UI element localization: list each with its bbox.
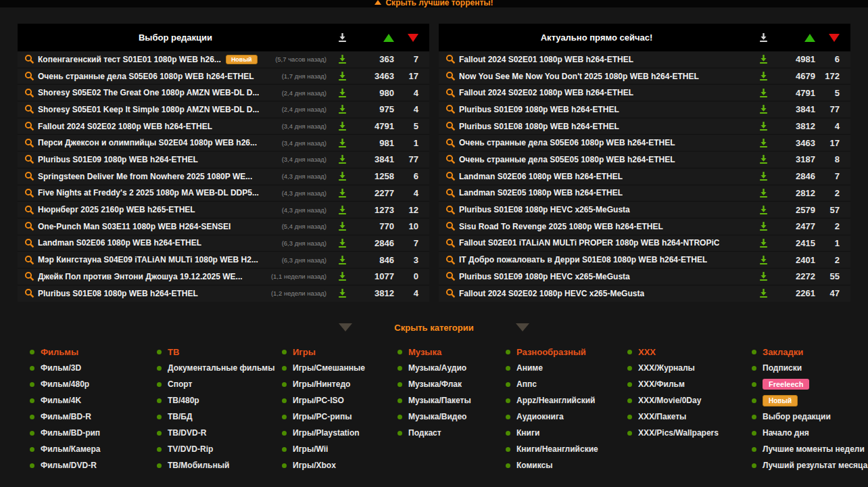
category-item[interactable]: Игры/Нинтедо xyxy=(282,376,397,392)
torrent-title-link[interactable]: Fallout 2024 S02E02 1080p HEVC x265-MeGu… xyxy=(459,289,644,298)
category-item[interactable]: Аудиокнига xyxy=(506,409,627,425)
search-torrent-button[interactable] xyxy=(445,154,459,164)
search-torrent-button[interactable] xyxy=(445,88,459,98)
download-torrent-button[interactable] xyxy=(748,188,779,198)
torrent-title-link[interactable]: Копенгагенский тест S01E01 1080p WEB h26… xyxy=(38,55,221,64)
download-torrent-button[interactable] xyxy=(327,188,358,198)
download-torrent-button[interactable] xyxy=(748,88,779,98)
download-torrent-button[interactable] xyxy=(748,255,779,265)
search-torrent-button[interactable] xyxy=(24,154,38,164)
torrent-title-link[interactable]: Мэр Кингстауна S04E09 iTALiAN MULTi 1080… xyxy=(38,255,258,264)
download-torrent-button[interactable] xyxy=(327,104,358,114)
search-torrent-button[interactable] xyxy=(24,188,38,198)
search-torrent-button[interactable] xyxy=(24,104,38,114)
category-item[interactable]: Музыка/Пакеты xyxy=(397,392,506,409)
category-item[interactable]: XXX/Фильм xyxy=(627,376,752,392)
category-item[interactable]: Фильм/BD-рип xyxy=(30,425,157,441)
category-item[interactable]: Аппс xyxy=(506,376,627,392)
category-item[interactable]: Лучшие моменты недели xyxy=(752,441,868,457)
category-item[interactable]: Музыка/Флак xyxy=(397,376,506,392)
category-item[interactable]: Спорт xyxy=(157,376,282,392)
hide-top-torrents-link[interactable]: Скрыть лучшие торренты! xyxy=(375,0,493,7)
download-torrent-button[interactable] xyxy=(327,138,358,148)
torrent-title-link[interactable]: Очень странные дела S05E06 1080p WEB h26… xyxy=(459,138,675,147)
category-item[interactable]: ТВ/БД xyxy=(157,409,282,425)
category-item[interactable]: XXX/Pics/Wallpapers xyxy=(627,425,752,441)
download-torrent-button[interactable] xyxy=(748,121,779,131)
torrent-title-link[interactable]: Fallout 2024 S02E01 1080p WEB h264-ETHEL xyxy=(459,55,633,64)
torrent-title-link[interactable]: Перси Джексон и олимпийцы S02E04 1080p W… xyxy=(38,138,257,147)
category-item[interactable]: Игры/Playstation xyxy=(282,425,397,441)
sort-by-leechers-button[interactable] xyxy=(394,34,424,42)
download-torrent-button[interactable] xyxy=(327,121,358,131)
torrent-title-link[interactable]: Springsteen Deliver Me from Nowhere 2025… xyxy=(38,172,252,181)
torrent-title-link[interactable]: Now You See Me Now You Don't 2025 1080p … xyxy=(459,72,699,81)
category-item[interactable]: Музыка/Видео xyxy=(397,409,506,425)
search-torrent-button[interactable] xyxy=(24,71,38,81)
download-torrent-button[interactable] xyxy=(327,255,358,265)
torrent-title-link[interactable]: Pluribus S01E09 1080p WEB h264-ETHEL xyxy=(38,155,198,164)
category-item[interactable]: Appz/Неанглийский xyxy=(506,392,627,409)
download-torrent-button[interactable] xyxy=(327,238,358,248)
category-item[interactable]: TV/DVD-Rip xyxy=(157,441,282,457)
search-torrent-button[interactable] xyxy=(445,121,459,131)
category-item[interactable]: XXX/Журналы xyxy=(627,360,752,376)
torrent-title-link[interactable]: Fallout S02E01 iTALiAN MULTi PROPER 1080… xyxy=(459,238,719,248)
search-torrent-button[interactable] xyxy=(445,71,459,81)
search-torrent-button[interactable] xyxy=(24,88,38,98)
search-torrent-button[interactable] xyxy=(445,104,459,114)
category-item[interactable]: Фильм/Камера xyxy=(30,441,157,457)
sort-by-leechers-button[interactable] xyxy=(815,34,845,42)
category-item[interactable]: ТВ/DVD-R xyxy=(157,425,282,441)
category-item[interactable]: Игры/PC-ISO xyxy=(282,392,397,409)
sort-by-seeders-button[interactable] xyxy=(358,34,394,42)
category-header[interactable]: Игры xyxy=(282,344,397,360)
category-header[interactable]: Закладки xyxy=(752,344,868,360)
category-item[interactable]: Фильм/480p xyxy=(30,376,157,392)
category-item[interactable]: XXX/Пакеты xyxy=(627,409,752,425)
category-item[interactable]: Выбор редакции xyxy=(752,409,868,425)
download-torrent-button[interactable] xyxy=(327,54,358,64)
torrent-title-link[interactable]: Очень странные дела S05E05 1080p WEB h26… xyxy=(459,155,675,164)
torrent-title-link[interactable]: Pluribus S01E08 1080p WEB h264-ETHEL xyxy=(38,289,198,298)
download-torrent-button[interactable] xyxy=(748,271,779,281)
torrent-title-link[interactable]: Pluribus S01E09 1080p HEVC x265-MeGusta xyxy=(459,272,630,281)
category-item[interactable]: Фильм/3D xyxy=(30,360,157,376)
download-torrent-button[interactable] xyxy=(748,171,779,181)
torrent-title-link[interactable]: Fallout 2024 S02E02 1080p WEB h264-ETHEL xyxy=(459,88,633,97)
category-item[interactable]: Игры/Смешанные xyxy=(282,360,397,376)
download-torrent-button[interactable] xyxy=(748,221,779,231)
torrent-title-link[interactable]: One-Punch Man S03E11 1080p WEB H264-SENS… xyxy=(38,222,231,231)
torrent-title-link[interactable]: Fallout 2024 S02E02 1080p WEB h264-ETHEL xyxy=(38,122,212,131)
category-item[interactable]: Фильм/DVD-R xyxy=(30,457,157,473)
torrent-title-link[interactable]: Pluribus S01E08 1080p HEVC x265-MeGusta xyxy=(459,205,630,214)
category-item[interactable]: Начало дня xyxy=(752,425,868,441)
category-item[interactable]: Лучший результат месяца xyxy=(752,457,868,473)
download-torrent-button[interactable] xyxy=(327,205,358,215)
hide-categories-link[interactable]: Скрыть категории xyxy=(394,323,473,333)
download-torrent-button[interactable] xyxy=(327,154,358,164)
download-torrent-button[interactable] xyxy=(748,71,779,81)
search-torrent-button[interactable] xyxy=(445,288,459,298)
search-torrent-button[interactable] xyxy=(445,271,459,281)
category-header[interactable]: XXX xyxy=(627,344,752,360)
download-torrent-button[interactable] xyxy=(327,221,358,231)
torrent-title-link[interactable]: Landman S02E06 1080p WEB h264-ETHEL xyxy=(459,172,623,181)
search-torrent-button[interactable] xyxy=(24,221,38,231)
category-item[interactable]: Аниме xyxy=(506,360,627,376)
download-torrent-button[interactable] xyxy=(748,154,779,164)
torrent-title-link[interactable]: Five Nights at Freddy's 2 2025 1080p MA … xyxy=(38,188,259,198)
search-torrent-button[interactable] xyxy=(445,54,459,64)
search-torrent-button[interactable] xyxy=(24,138,38,148)
search-torrent-button[interactable] xyxy=(24,238,38,248)
search-torrent-button[interactable] xyxy=(445,221,459,231)
download-torrent-button[interactable] xyxy=(327,71,358,81)
torrent-title-link[interactable]: Shoresy S05E01 Keep It Simple 1080p AMZN… xyxy=(38,105,259,114)
category-item[interactable]: XXX/Movie/0Day xyxy=(627,392,752,409)
search-torrent-button[interactable] xyxy=(445,188,459,198)
category-item[interactable]: Фильм/BD-R xyxy=(30,409,157,425)
download-torrent-button[interactable] xyxy=(748,54,779,64)
download-torrent-button[interactable] xyxy=(748,238,779,248)
category-item[interactable]: Книги/Неанглийские xyxy=(506,441,627,457)
torrent-title-link[interactable]: Landman S02E05 1080p WEB h264-ETHEL xyxy=(459,188,623,198)
